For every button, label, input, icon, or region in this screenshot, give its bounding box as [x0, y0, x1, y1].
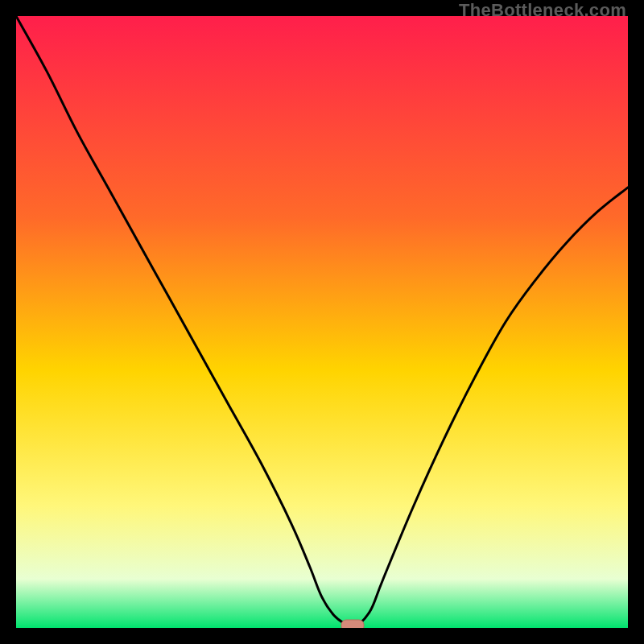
- gradient-background: [16, 16, 628, 628]
- plot-area: [16, 16, 628, 628]
- optimal-marker: [341, 620, 364, 628]
- chart-frame: TheBottleneck.com: [0, 0, 644, 644]
- gradient-chart: [16, 16, 628, 628]
